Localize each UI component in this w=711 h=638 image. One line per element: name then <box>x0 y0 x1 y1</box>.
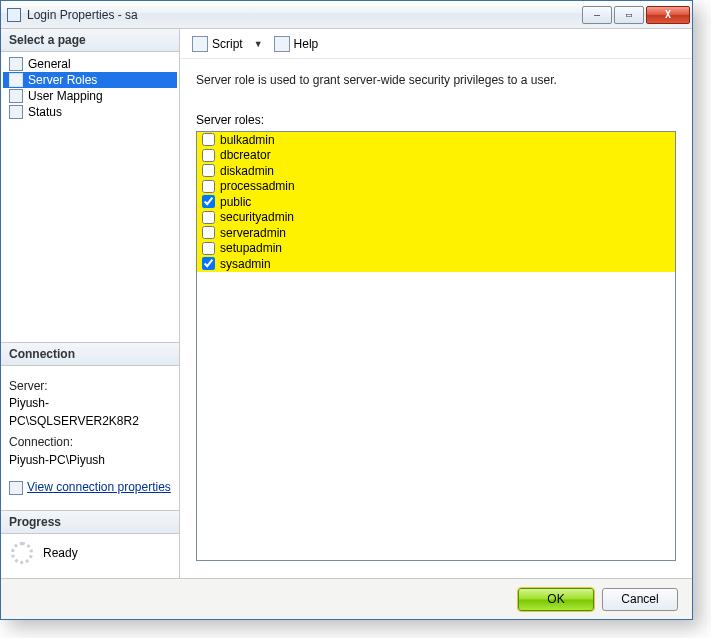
list-item[interactable]: setupadmin <box>197 241 675 257</box>
list-item[interactable]: securityadmin <box>197 210 675 226</box>
view-connection-properties-link[interactable]: View connection properties <box>9 479 171 496</box>
list-item[interactable]: public <box>197 194 675 210</box>
list-item[interactable]: diskadmin <box>197 163 675 179</box>
sidebar-spacer <box>1 124 179 342</box>
content-area: Server role is used to grant server-wide… <box>180 59 692 578</box>
role-name: sysadmin <box>220 257 271 271</box>
sidebar-item-status[interactable]: Status <box>3 104 177 120</box>
connection-label: Connection: <box>9 434 171 451</box>
main-panel: Script ▼ Help Server role is used to gra… <box>180 29 692 578</box>
dialog-footer: OK Cancel <box>1 578 692 619</box>
role-checkbox[interactable] <box>202 164 215 177</box>
role-checkbox[interactable] <box>202 211 215 224</box>
select-page-header: Select a page <box>1 29 179 52</box>
page-icon <box>9 89 23 103</box>
server-value: Piyush-PC\SQLSERVER2K8R2 <box>9 395 171 430</box>
script-label: Script <box>212 37 243 51</box>
list-item[interactable]: bulkadmin <box>197 132 675 148</box>
script-dropdown-caret[interactable]: ▼ <box>251 39 266 49</box>
role-checkbox[interactable] <box>202 180 215 193</box>
help-icon <box>274 36 290 52</box>
progress-header: Progress <box>1 511 179 534</box>
server-label: Server: <box>9 378 171 395</box>
role-name: serveradmin <box>220 226 286 240</box>
connection-section: Connection Server: Piyush-PC\SQLSERVER2K… <box>1 342 179 510</box>
list-item[interactable]: sysadmin <box>197 256 675 272</box>
progress-section: Progress Ready <box>1 510 179 578</box>
progress-status: Ready <box>43 546 78 560</box>
connection-properties-icon <box>9 481 23 495</box>
server-roles-list[interactable]: bulkadmindbcreatordiskadminprocessadminp… <box>196 131 676 561</box>
role-name: securityadmin <box>220 210 294 224</box>
server-roles-label: Server roles: <box>196 113 676 127</box>
toolbar: Script ▼ Help <box>180 29 692 59</box>
window-title: Login Properties - sa <box>27 8 582 22</box>
sidebar-item-label: Status <box>28 105 62 119</box>
cancel-button[interactable]: Cancel <box>602 588 678 611</box>
connection-value: Piyush-PC\Piyush <box>9 452 171 469</box>
page-nav: GeneralServer RolesUser MappingStatus <box>1 52 179 124</box>
role-name: setupadmin <box>220 241 282 255</box>
role-name: bulkadmin <box>220 133 275 147</box>
list-item[interactable]: serveradmin <box>197 225 675 241</box>
window-icon <box>7 8 21 22</box>
connection-header: Connection <box>1 343 179 366</box>
window-controls: — ▭ X <box>582 6 690 24</box>
maximize-button[interactable]: ▭ <box>614 6 644 24</box>
page-icon <box>9 73 23 87</box>
sidebar: Select a page GeneralServer RolesUser Ma… <box>1 29 180 578</box>
sidebar-item-label: User Mapping <box>28 89 103 103</box>
role-checkbox[interactable] <box>202 257 215 270</box>
ok-button[interactable]: OK <box>518 588 594 611</box>
view-connection-properties-label: View connection properties <box>27 479 171 496</box>
progress-spinner-icon <box>11 542 33 564</box>
script-button[interactable]: Script <box>188 34 247 54</box>
minimize-button[interactable]: — <box>582 6 612 24</box>
role-name: public <box>220 195 251 209</box>
sidebar-item-server-roles[interactable]: Server Roles <box>3 72 177 88</box>
page-description: Server role is used to grant server-wide… <box>196 73 676 87</box>
role-name: dbcreator <box>220 148 271 162</box>
role-name: diskadmin <box>220 164 274 178</box>
page-icon <box>9 105 23 119</box>
help-button[interactable]: Help <box>270 34 323 54</box>
close-button[interactable]: X <box>646 6 690 24</box>
role-checkbox[interactable] <box>202 242 215 255</box>
sidebar-item-user-mapping[interactable]: User Mapping <box>3 88 177 104</box>
sidebar-item-label: General <box>28 57 71 71</box>
role-checkbox[interactable] <box>202 149 215 162</box>
login-properties-window: Login Properties - sa — ▭ X Select a pag… <box>0 0 693 620</box>
role-checkbox[interactable] <box>202 226 215 239</box>
role-checkbox[interactable] <box>202 133 215 146</box>
page-icon <box>9 57 23 71</box>
sidebar-item-label: Server Roles <box>28 73 97 87</box>
help-label: Help <box>294 37 319 51</box>
sidebar-item-general[interactable]: General <box>3 56 177 72</box>
list-item[interactable]: dbcreator <box>197 148 675 164</box>
list-item[interactable]: processadmin <box>197 179 675 195</box>
role-name: processadmin <box>220 179 295 193</box>
titlebar: Login Properties - sa — ▭ X <box>1 1 692 29</box>
role-checkbox[interactable] <box>202 195 215 208</box>
script-icon <box>192 36 208 52</box>
